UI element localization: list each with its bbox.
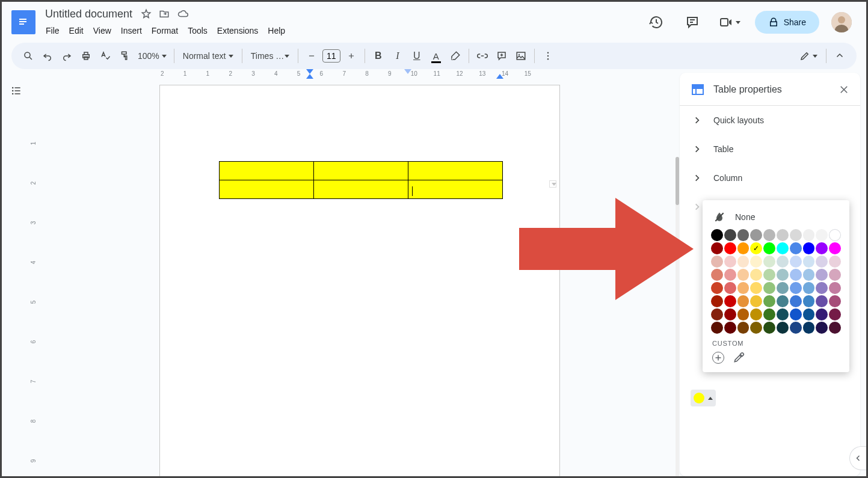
close-icon[interactable] xyxy=(839,84,849,95)
font-size-decrease[interactable] xyxy=(303,47,320,64)
zoom-dropdown[interactable]: 100% xyxy=(134,51,170,61)
highlight-icon[interactable] xyxy=(447,47,464,64)
color-swatch[interactable] xyxy=(777,308,789,320)
color-swatch[interactable] xyxy=(737,308,749,320)
color-swatch[interactable] xyxy=(816,308,828,320)
account-avatar[interactable] xyxy=(831,12,852,32)
color-swatch[interactable] xyxy=(750,269,762,281)
color-swatch[interactable] xyxy=(803,269,815,281)
color-swatch[interactable] xyxy=(829,295,841,307)
redo-icon[interactable] xyxy=(58,47,75,64)
color-swatch[interactable] xyxy=(777,269,789,281)
color-swatch[interactable] xyxy=(724,229,736,241)
color-swatch[interactable] xyxy=(803,308,815,320)
color-swatch[interactable] xyxy=(777,242,789,254)
editing-mode-icon[interactable] xyxy=(796,47,821,64)
color-swatch[interactable] xyxy=(763,322,775,334)
color-swatch[interactable] xyxy=(737,229,749,241)
insert-image-icon[interactable] xyxy=(512,47,529,64)
color-swatch[interactable] xyxy=(711,256,723,268)
docs-logo[interactable] xyxy=(11,10,35,34)
outline-toggle-icon[interactable] xyxy=(5,80,27,102)
color-swatch[interactable] xyxy=(803,242,815,254)
color-swatch[interactable] xyxy=(737,256,749,268)
color-swatch[interactable] xyxy=(750,295,762,307)
table-cell[interactable] xyxy=(220,162,314,180)
color-swatch[interactable] xyxy=(816,282,828,294)
text-color-icon[interactable]: A xyxy=(428,47,445,64)
color-swatch[interactable] xyxy=(803,282,815,294)
eyedropper-icon[interactable] xyxy=(733,352,745,364)
color-swatch[interactable] xyxy=(803,295,815,307)
paragraph-style-dropdown[interactable]: Normal text xyxy=(178,51,238,61)
color-swatch[interactable] xyxy=(829,308,841,320)
color-swatch[interactable] xyxy=(790,269,802,281)
italic-icon[interactable]: I xyxy=(389,47,406,64)
color-none-option[interactable]: None xyxy=(711,205,841,229)
color-swatch[interactable] xyxy=(724,295,736,307)
print-icon[interactable] xyxy=(78,47,94,64)
move-icon[interactable] xyxy=(159,8,170,19)
color-swatch[interactable] xyxy=(777,282,789,294)
menu-file[interactable]: File xyxy=(42,23,64,38)
color-swatch[interactable] xyxy=(724,242,736,254)
color-swatch[interactable] xyxy=(777,322,789,334)
document-page[interactable] xyxy=(159,85,560,476)
color-swatch[interactable] xyxy=(790,229,802,241)
color-swatch[interactable] xyxy=(803,322,815,334)
color-swatch[interactable] xyxy=(829,242,841,254)
section-table[interactable]: Table xyxy=(680,135,860,164)
table-cell[interactable] xyxy=(314,162,408,180)
color-swatch[interactable] xyxy=(763,256,775,268)
color-swatch[interactable] xyxy=(737,282,749,294)
color-swatch[interactable] xyxy=(829,256,841,268)
color-swatch[interactable] xyxy=(737,295,749,307)
color-swatch[interactable] xyxy=(763,295,775,307)
color-swatch[interactable] xyxy=(763,282,775,294)
color-swatch[interactable] xyxy=(724,256,736,268)
menu-edit[interactable]: Edit xyxy=(65,23,88,38)
color-swatch[interactable] xyxy=(711,322,723,334)
star-icon[interactable] xyxy=(141,8,152,19)
table-cell[interactable] xyxy=(408,162,503,180)
search-icon[interactable] xyxy=(20,47,37,64)
color-swatch[interactable] xyxy=(711,229,723,241)
color-swatch[interactable] xyxy=(724,269,736,281)
link-icon[interactable] xyxy=(474,47,491,64)
color-swatch[interactable] xyxy=(711,295,723,307)
menu-format[interactable]: Format xyxy=(147,23,182,38)
menu-insert[interactable]: Insert xyxy=(117,23,146,38)
add-comment-icon[interactable] xyxy=(493,47,510,64)
color-swatch[interactable] xyxy=(711,269,723,281)
color-swatch[interactable] xyxy=(829,322,841,334)
more-icon[interactable] xyxy=(540,47,556,64)
color-swatch[interactable] xyxy=(750,256,762,268)
menu-view[interactable]: View xyxy=(89,23,115,38)
row-handle-icon[interactable] xyxy=(549,180,556,188)
color-swatch[interactable] xyxy=(737,269,749,281)
color-swatch[interactable] xyxy=(763,229,775,241)
color-swatch[interactable]: ✓ xyxy=(750,242,762,254)
vertical-ruler[interactable]: 12345678910 xyxy=(31,80,40,476)
color-swatch[interactable] xyxy=(816,322,828,334)
underline-icon[interactable]: U xyxy=(408,47,425,64)
color-swatch[interactable] xyxy=(750,229,762,241)
section-quick-layouts[interactable]: Quick layouts xyxy=(680,106,860,135)
color-swatch[interactable] xyxy=(777,256,789,268)
color-swatch[interactable] xyxy=(777,295,789,307)
color-swatch[interactable] xyxy=(763,269,775,281)
indent-marker-left-bottom[interactable] xyxy=(306,74,313,79)
color-swatch[interactable] xyxy=(816,229,828,241)
table-cell[interactable] xyxy=(220,180,314,199)
color-swatch[interactable] xyxy=(790,308,802,320)
history-icon[interactable] xyxy=(644,10,668,34)
color-swatch[interactable] xyxy=(816,295,828,307)
color-swatch[interactable] xyxy=(790,322,802,334)
menu-extensions[interactable]: Extensions xyxy=(213,23,262,38)
color-swatch[interactable] xyxy=(737,322,749,334)
undo-icon[interactable] xyxy=(39,47,56,64)
table-row[interactable] xyxy=(220,180,503,199)
color-swatch[interactable] xyxy=(750,308,762,320)
color-swatch[interactable] xyxy=(724,308,736,320)
section-column[interactable]: Column xyxy=(680,164,860,192)
